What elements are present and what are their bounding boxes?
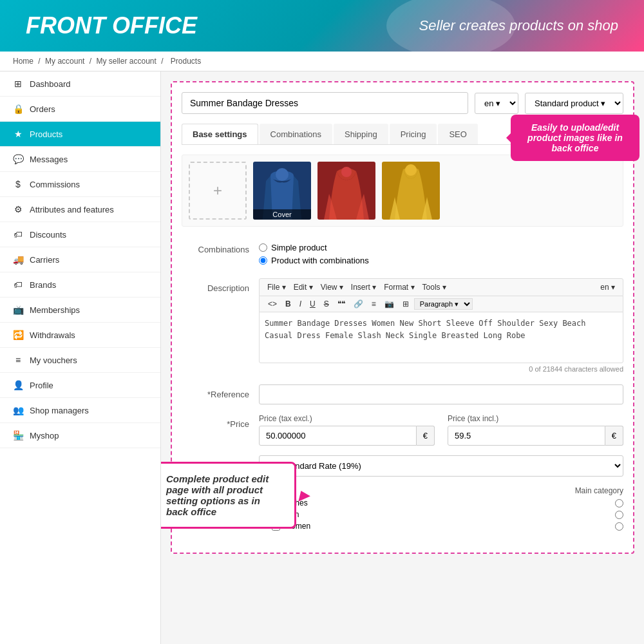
carriers-icon: 🚚 <box>13 254 23 265</box>
commissions-icon: $ <box>13 179 23 189</box>
vouchers-icon: ≡ <box>13 355 23 365</box>
callout-upload: Easily to upload/edit product images lik… <box>511 115 639 161</box>
sidebar-label-myshop: Myshop <box>30 431 59 440</box>
editor-btn-bold[interactable]: B <box>282 298 294 310</box>
add-image-button[interactable]: + <box>189 162 247 220</box>
editor-btn-underline[interactable]: U <box>307 298 319 310</box>
price-excl-input[interactable] <box>259 426 417 446</box>
cover-badge: Cover <box>253 209 311 220</box>
sidebar-item-commissions[interactable]: $ Commissions <box>0 172 160 197</box>
callout-complete: Complete product edit page with all prod… <box>161 462 296 529</box>
tab-combinations[interactable]: Combinations <box>260 124 333 144</box>
sidebar-label-messages: Messages <box>30 155 68 164</box>
yellow-dress-image <box>382 162 440 220</box>
editor-lang-select[interactable]: en ▾ <box>598 281 618 293</box>
product-name-input[interactable] <box>182 92 468 114</box>
editor-btn-code[interactable]: <> <box>265 298 280 310</box>
women-radio[interactable] <box>615 522 623 531</box>
editor-btn-image[interactable]: 📷 <box>381 298 397 310</box>
editor-btn-table[interactable]: ⊞ <box>399 298 412 310</box>
main-layout: ⊞ Dashboard 🔒 Orders ★ Products 💬 Messag… <box>0 71 644 644</box>
category-clothes: ✓ Clothes <box>259 498 623 507</box>
sidebar-item-withdrawals[interactable]: 🔁 Withdrawals <box>0 323 160 348</box>
editor-text: Summer Bandage Dresses Women New Short S… <box>265 319 586 340</box>
radio-simple-input[interactable] <box>259 243 267 252</box>
sidebar-label-discounts: Discounts <box>30 230 66 240</box>
product-image-3[interactable] <box>382 162 440 220</box>
tab-pricing[interactable]: Pricing <box>390 124 437 144</box>
editor-menu-file[interactable]: File ▾ <box>265 281 289 293</box>
radio-combinations-input[interactable] <box>259 256 267 265</box>
reference-row: *Reference <box>182 384 623 404</box>
sidebar-item-discounts[interactable]: 🏷 Discounts <box>0 222 160 247</box>
sidebar-item-carriers[interactable]: 🚚 Carriers <box>0 247 160 272</box>
svg-point-2 <box>276 168 289 181</box>
tab-seo[interactable]: SEO <box>438 124 477 144</box>
reference-label: *Reference <box>182 384 259 399</box>
sidebar-item-memberships[interactable]: 📺 Memberships <box>0 298 160 323</box>
main-category-label: Main category <box>575 486 623 495</box>
sidebar-item-products[interactable]: ★ Products <box>0 122 160 147</box>
add-icon: + <box>213 182 222 200</box>
tax-rule-select[interactable]: DE Standard Rate (19%) <box>259 455 623 477</box>
product-type-select[interactable]: Standard product ▾ <box>525 93 623 114</box>
sidebar-label-brands: Brands <box>30 280 56 290</box>
myshop-icon: 🏪 <box>13 430 23 440</box>
editor-menu-format[interactable]: Format ▾ <box>381 281 417 293</box>
editor-btn-italic[interactable]: I <box>296 298 305 310</box>
red-dress-image <box>317 162 375 220</box>
editor-menu-insert[interactable]: Insert ▾ <box>348 281 379 293</box>
tab-shipping[interactable]: Shipping <box>334 124 388 144</box>
sidebar-item-shop-managers[interactable]: 👥 Shop managers <box>0 398 160 423</box>
sidebar-label-carriers: Carriers <box>30 255 59 265</box>
sidebar-label-shop-managers: Shop managers <box>30 406 89 415</box>
category-women: Women <box>259 522 623 531</box>
withdrawals-icon: 🔁 <box>13 330 23 340</box>
orders-icon: 🔒 <box>13 104 23 114</box>
editor-btn-align[interactable]: ≡ <box>368 298 379 310</box>
sidebar-item-orders[interactable]: 🔒 Orders <box>0 97 160 122</box>
discounts-icon: 🏷 <box>13 229 23 240</box>
svg-point-6 <box>405 164 417 176</box>
price-excl-label: Price (tax excl.) <box>259 414 435 423</box>
sidebar-item-attributes[interactable]: ⚙ Attributes and features <box>0 197 160 222</box>
editor-toolbar: File ▾ Edit ▾ View ▾ Insert ▾ Format ▾ T… <box>259 278 623 296</box>
sidebar-item-brands[interactable]: 🏷 Brands <box>0 272 160 298</box>
sidebar-item-myshop[interactable]: 🏪 Myshop <box>0 423 160 448</box>
editor-menu-edit[interactable]: Edit ▾ <box>291 281 316 293</box>
reference-input[interactable] <box>259 384 623 404</box>
editor-btn-quote[interactable]: ❝❝ <box>334 298 348 310</box>
tab-base-settings[interactable]: Base settings <box>182 124 258 144</box>
editor-char-count: 0 of 21844 characters allowed <box>259 363 623 375</box>
breadcrumb-home[interactable]: Home <box>13 57 33 66</box>
price-fields: Price (tax excl.) € Price (tax incl.) € <box>259 414 623 446</box>
currency-incl: € <box>605 426 623 446</box>
sidebar-item-messages[interactable]: 💬 Messages <box>0 147 160 172</box>
price-incl-input[interactable] <box>448 426 605 446</box>
editor-btn-strikethrough[interactable]: S <box>321 298 332 310</box>
editor-menu-view[interactable]: View ▾ <box>318 281 346 293</box>
editor-btn-link[interactable]: 🔗 <box>350 298 366 310</box>
breadcrumb-my-account[interactable]: My account <box>45 57 84 66</box>
sidebar-item-profile[interactable]: 👤 Profile <box>0 373 160 398</box>
clothes-radio[interactable] <box>615 499 623 507</box>
editor-content[interactable]: Summer Bandage Dresses Women New Short S… <box>259 312 623 363</box>
editor-paragraph-select[interactable]: Paragraph ▾ <box>414 298 473 310</box>
lang-select[interactable]: en ▾ <box>475 93 518 114</box>
sidebar-item-my-vouchers[interactable]: ≡ My vouchers <box>0 348 160 373</box>
editor-menu-tools[interactable]: Tools ▾ <box>420 281 449 293</box>
product-image-2[interactable] <box>317 162 375 220</box>
profile-icon: 👤 <box>13 380 23 390</box>
breadcrumb-seller-account[interactable]: My seller account <box>96 57 156 66</box>
header-subtitle: Seller creates products on shop <box>419 17 618 34</box>
sidebar-label-withdrawals: Withdrawals <box>30 330 75 340</box>
sidebar-label-products: Products <box>30 129 62 139</box>
svg-point-4 <box>341 167 352 177</box>
shop-managers-icon: 👥 <box>13 405 23 415</box>
product-image-1[interactable]: Cover <box>253 162 311 220</box>
men-radio[interactable] <box>615 511 623 519</box>
sidebar-item-dashboard[interactable]: ⊞ Dashboard <box>0 71 160 97</box>
radio-combinations: Product with combinations <box>259 256 623 265</box>
memberships-icon: 📺 <box>13 305 23 315</box>
breadcrumb-products: Products <box>171 57 201 66</box>
